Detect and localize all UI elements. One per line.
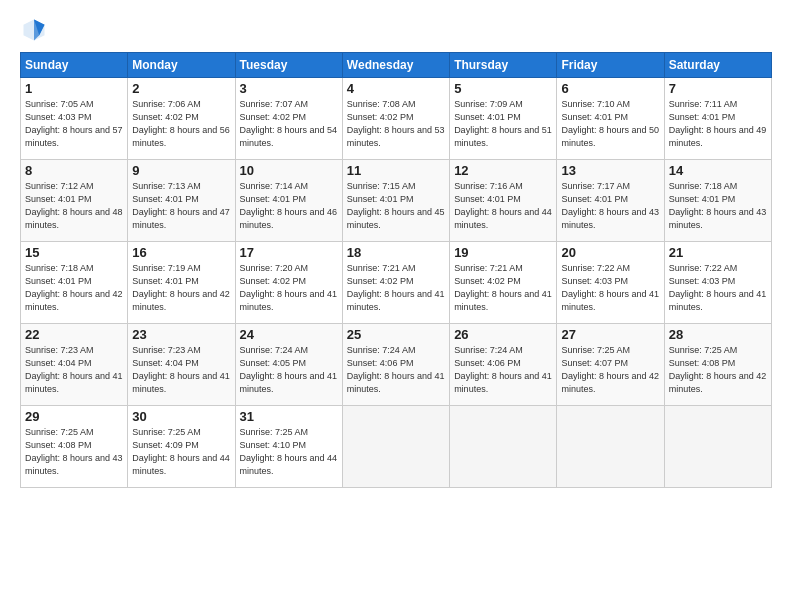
day-number: 31	[240, 409, 338, 424]
col-header-friday: Friday	[557, 53, 664, 78]
day-detail: Sunrise: 7:21 AM Sunset: 4:02 PM Dayligh…	[454, 262, 552, 314]
calendar-cell: 19 Sunrise: 7:21 AM Sunset: 4:02 PM Dayl…	[450, 242, 557, 324]
calendar-cell: 13 Sunrise: 7:17 AM Sunset: 4:01 PM Dayl…	[557, 160, 664, 242]
day-number: 8	[25, 163, 123, 178]
calendar-cell: 1 Sunrise: 7:05 AM Sunset: 4:03 PM Dayli…	[21, 78, 128, 160]
col-header-sunday: Sunday	[21, 53, 128, 78]
calendar-cell: 2 Sunrise: 7:06 AM Sunset: 4:02 PM Dayli…	[128, 78, 235, 160]
day-number: 21	[669, 245, 767, 260]
calendar-cell: 27 Sunrise: 7:25 AM Sunset: 4:07 PM Dayl…	[557, 324, 664, 406]
calendar-cell: 28 Sunrise: 7:25 AM Sunset: 4:08 PM Dayl…	[664, 324, 771, 406]
calendar-cell: 15 Sunrise: 7:18 AM Sunset: 4:01 PM Dayl…	[21, 242, 128, 324]
day-number: 27	[561, 327, 659, 342]
day-detail: Sunrise: 7:25 AM Sunset: 4:10 PM Dayligh…	[240, 426, 338, 478]
day-number: 24	[240, 327, 338, 342]
day-detail: Sunrise: 7:23 AM Sunset: 4:04 PM Dayligh…	[132, 344, 230, 396]
day-number: 29	[25, 409, 123, 424]
calendar-cell: 9 Sunrise: 7:13 AM Sunset: 4:01 PM Dayli…	[128, 160, 235, 242]
calendar-cell: 11 Sunrise: 7:15 AM Sunset: 4:01 PM Dayl…	[342, 160, 449, 242]
day-detail: Sunrise: 7:24 AM Sunset: 4:06 PM Dayligh…	[454, 344, 552, 396]
day-detail: Sunrise: 7:19 AM Sunset: 4:01 PM Dayligh…	[132, 262, 230, 314]
calendar-cell	[342, 406, 449, 488]
header	[20, 16, 772, 44]
day-detail: Sunrise: 7:18 AM Sunset: 4:01 PM Dayligh…	[25, 262, 123, 314]
day-number: 9	[132, 163, 230, 178]
logo-icon	[20, 16, 48, 44]
calendar-cell: 20 Sunrise: 7:22 AM Sunset: 4:03 PM Dayl…	[557, 242, 664, 324]
day-detail: Sunrise: 7:06 AM Sunset: 4:02 PM Dayligh…	[132, 98, 230, 150]
calendar-table: SundayMondayTuesdayWednesdayThursdayFrid…	[20, 52, 772, 488]
day-detail: Sunrise: 7:07 AM Sunset: 4:02 PM Dayligh…	[240, 98, 338, 150]
day-number: 26	[454, 327, 552, 342]
day-number: 18	[347, 245, 445, 260]
day-number: 1	[25, 81, 123, 96]
day-detail: Sunrise: 7:13 AM Sunset: 4:01 PM Dayligh…	[132, 180, 230, 232]
day-detail: Sunrise: 7:15 AM Sunset: 4:01 PM Dayligh…	[347, 180, 445, 232]
calendar-cell	[557, 406, 664, 488]
day-number: 25	[347, 327, 445, 342]
day-number: 30	[132, 409, 230, 424]
calendar-cell: 22 Sunrise: 7:23 AM Sunset: 4:04 PM Dayl…	[21, 324, 128, 406]
day-detail: Sunrise: 7:17 AM Sunset: 4:01 PM Dayligh…	[561, 180, 659, 232]
day-detail: Sunrise: 7:23 AM Sunset: 4:04 PM Dayligh…	[25, 344, 123, 396]
calendar-cell: 12 Sunrise: 7:16 AM Sunset: 4:01 PM Dayl…	[450, 160, 557, 242]
day-number: 4	[347, 81, 445, 96]
calendar-cell: 8 Sunrise: 7:12 AM Sunset: 4:01 PM Dayli…	[21, 160, 128, 242]
calendar-cell: 4 Sunrise: 7:08 AM Sunset: 4:02 PM Dayli…	[342, 78, 449, 160]
calendar-week-row: 8 Sunrise: 7:12 AM Sunset: 4:01 PM Dayli…	[21, 160, 772, 242]
col-header-monday: Monday	[128, 53, 235, 78]
calendar-cell: 14 Sunrise: 7:18 AM Sunset: 4:01 PM Dayl…	[664, 160, 771, 242]
calendar-week-row: 29 Sunrise: 7:25 AM Sunset: 4:08 PM Dayl…	[21, 406, 772, 488]
col-header-wednesday: Wednesday	[342, 53, 449, 78]
calendar-cell: 30 Sunrise: 7:25 AM Sunset: 4:09 PM Dayl…	[128, 406, 235, 488]
day-detail: Sunrise: 7:09 AM Sunset: 4:01 PM Dayligh…	[454, 98, 552, 150]
calendar-cell: 10 Sunrise: 7:14 AM Sunset: 4:01 PM Dayl…	[235, 160, 342, 242]
day-detail: Sunrise: 7:25 AM Sunset: 4:07 PM Dayligh…	[561, 344, 659, 396]
day-detail: Sunrise: 7:12 AM Sunset: 4:01 PM Dayligh…	[25, 180, 123, 232]
day-detail: Sunrise: 7:18 AM Sunset: 4:01 PM Dayligh…	[669, 180, 767, 232]
calendar-cell	[664, 406, 771, 488]
calendar-cell: 21 Sunrise: 7:22 AM Sunset: 4:03 PM Dayl…	[664, 242, 771, 324]
day-detail: Sunrise: 7:10 AM Sunset: 4:01 PM Dayligh…	[561, 98, 659, 150]
day-detail: Sunrise: 7:25 AM Sunset: 4:08 PM Dayligh…	[669, 344, 767, 396]
calendar-cell: 23 Sunrise: 7:23 AM Sunset: 4:04 PM Dayl…	[128, 324, 235, 406]
calendar-cell: 31 Sunrise: 7:25 AM Sunset: 4:10 PM Dayl…	[235, 406, 342, 488]
day-number: 12	[454, 163, 552, 178]
day-number: 19	[454, 245, 552, 260]
calendar-cell: 7 Sunrise: 7:11 AM Sunset: 4:01 PM Dayli…	[664, 78, 771, 160]
col-header-saturday: Saturday	[664, 53, 771, 78]
day-number: 10	[240, 163, 338, 178]
day-detail: Sunrise: 7:11 AM Sunset: 4:01 PM Dayligh…	[669, 98, 767, 150]
day-detail: Sunrise: 7:05 AM Sunset: 4:03 PM Dayligh…	[25, 98, 123, 150]
day-detail: Sunrise: 7:25 AM Sunset: 4:09 PM Dayligh…	[132, 426, 230, 478]
day-number: 3	[240, 81, 338, 96]
day-number: 20	[561, 245, 659, 260]
day-number: 2	[132, 81, 230, 96]
calendar-week-row: 1 Sunrise: 7:05 AM Sunset: 4:03 PM Dayli…	[21, 78, 772, 160]
calendar-cell: 18 Sunrise: 7:21 AM Sunset: 4:02 PM Dayl…	[342, 242, 449, 324]
day-detail: Sunrise: 7:16 AM Sunset: 4:01 PM Dayligh…	[454, 180, 552, 232]
day-detail: Sunrise: 7:22 AM Sunset: 4:03 PM Dayligh…	[669, 262, 767, 314]
day-number: 11	[347, 163, 445, 178]
day-number: 13	[561, 163, 659, 178]
day-detail: Sunrise: 7:24 AM Sunset: 4:06 PM Dayligh…	[347, 344, 445, 396]
day-number: 7	[669, 81, 767, 96]
calendar-cell: 6 Sunrise: 7:10 AM Sunset: 4:01 PM Dayli…	[557, 78, 664, 160]
calendar-cell: 17 Sunrise: 7:20 AM Sunset: 4:02 PM Dayl…	[235, 242, 342, 324]
day-number: 6	[561, 81, 659, 96]
col-header-thursday: Thursday	[450, 53, 557, 78]
day-number: 14	[669, 163, 767, 178]
day-detail: Sunrise: 7:08 AM Sunset: 4:02 PM Dayligh…	[347, 98, 445, 150]
calendar-week-row: 22 Sunrise: 7:23 AM Sunset: 4:04 PM Dayl…	[21, 324, 772, 406]
calendar-cell: 24 Sunrise: 7:24 AM Sunset: 4:05 PM Dayl…	[235, 324, 342, 406]
day-number: 28	[669, 327, 767, 342]
day-number: 5	[454, 81, 552, 96]
day-number: 23	[132, 327, 230, 342]
calendar-cell: 26 Sunrise: 7:24 AM Sunset: 4:06 PM Dayl…	[450, 324, 557, 406]
calendar-cell: 16 Sunrise: 7:19 AM Sunset: 4:01 PM Dayl…	[128, 242, 235, 324]
day-detail: Sunrise: 7:14 AM Sunset: 4:01 PM Dayligh…	[240, 180, 338, 232]
calendar-cell: 5 Sunrise: 7:09 AM Sunset: 4:01 PM Dayli…	[450, 78, 557, 160]
page-container: SundayMondayTuesdayWednesdayThursdayFrid…	[0, 0, 792, 498]
calendar-cell: 3 Sunrise: 7:07 AM Sunset: 4:02 PM Dayli…	[235, 78, 342, 160]
day-detail: Sunrise: 7:20 AM Sunset: 4:02 PM Dayligh…	[240, 262, 338, 314]
